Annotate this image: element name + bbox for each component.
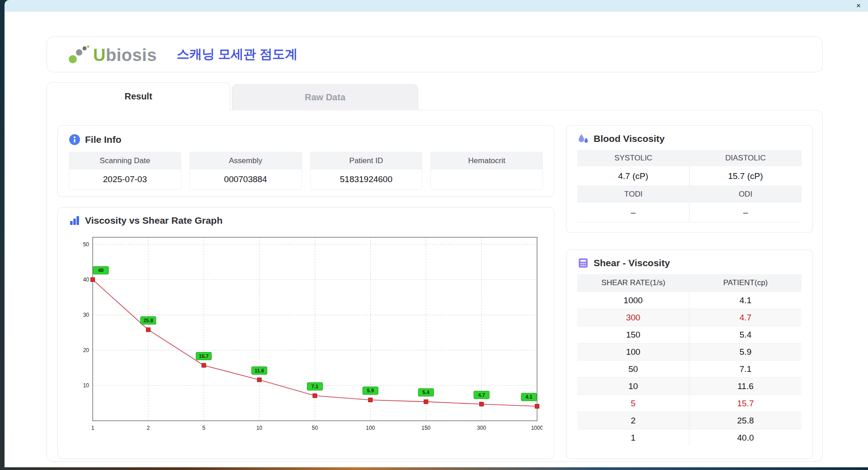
info-icon [69,134,80,146]
svg-text:40: 40 [98,268,104,273]
svg-text:150: 150 [421,425,430,431]
patient-value-cell: 40.0 [689,429,802,446]
field-patient-id: Patient ID 51831924600 [310,152,423,190]
field-value: 2025-07-03 [69,169,181,189]
svg-text:4.1: 4.1 [525,394,532,400]
todi-label: TODI [577,186,689,202]
diastolic-label: DIASTOLIC [689,150,802,166]
file-info-card: File Info Scanning Date 2025-07-03 Assem… [57,125,554,197]
table-row: 515.7 [577,395,802,412]
svg-text:300: 300 [477,425,486,431]
svg-text:11.6: 11.6 [255,368,264,373]
file-info-title: File Info [85,134,122,145]
field-hematocrit: Hematocrit [430,152,543,190]
field-assembly: Assembly 000703884 [189,152,302,190]
field-scanning-date: Scanning Date 2025-07-03 [69,152,181,190]
svg-text:1000: 1000 [531,425,542,431]
shear-viscosity-card: Shear - Viscosity SHEAR RATE(1/s) PATIEN… [566,249,813,459]
svg-text:15.7: 15.7 [199,353,208,359]
svg-text:7.1: 7.1 [311,384,318,389]
field-label: Patient ID [311,152,422,169]
shear-rate-cell: 10 [577,378,689,395]
bv-value-row: 4.7 (cP) 15.7 (cP) [577,166,802,186]
field-value: 51831924600 [311,169,422,189]
file-info-fields: Scanning Date 2025-07-03 Assembly 000703… [69,152,543,190]
svg-text:30: 30 [83,312,90,318]
tab-result-label: Result [124,91,152,102]
patient-value-cell: 4.1 [689,292,802,309]
shear-rate-cell: 150 [577,326,689,343]
shear-rate-column-header: SHEAR RATE(1/s) [577,274,689,291]
table-row: 3004.7 [577,309,802,326]
shear-rate-cell: 300 [577,309,689,326]
svg-text:1: 1 [91,425,94,431]
viscosity-chart: 1020304050125105010015030010004025.815.7… [72,230,542,442]
ubiosis-logo: Ubiosis [68,45,157,64]
shear-rate-cell: 1000 [577,292,689,309]
systolic-label: SYSTOLIC [577,150,689,166]
shear-rate-cell: 50 [577,361,689,377]
svg-text:5.9: 5.9 [367,388,374,393]
patient-value-cell: 7.1 [689,361,802,377]
svg-text:20: 20 [83,347,90,353]
field-label: Assembly [190,152,302,169]
diastolic-value: 15.7 (cP) [689,166,802,186]
field-value [431,169,542,189]
close-icon[interactable]: × [856,1,861,11]
svg-text:4.7: 4.7 [478,392,485,398]
bv-label-row: TODI ODI [577,186,802,202]
patient-value-cell: 5.4 [689,326,802,343]
bv-label-row: SYSTOLIC DIASTOLIC [577,150,802,166]
patient-value-cell: 4.7 [689,309,802,326]
droplets-icon [577,133,589,145]
patient-column-header: PATIENT(cp) [689,274,802,291]
result-panel: File Info Scanning Date 2025-07-03 Assem… [47,110,823,462]
patient-value-cell: 5.9 [689,343,802,360]
shear-rate-cell: 100 [577,343,689,360]
desktop-background: × Ubiosis 스캐닝 모세관 점도계 Result Raw Data [0,0,868,470]
page-title: 스캐닝 모세관 점도계 [177,46,298,64]
odi-value: – [689,202,802,222]
table-row: 1011.6 [577,377,802,395]
bv-value-row: – – [577,202,802,222]
viscosity-graph-card: Viscosity vs Shear Rate Graph 1020304050… [57,207,554,459]
blood-viscosity-card: Blood Viscosity SYSTOLIC DIASTOLIC 4.7 (… [566,125,813,233]
odi-label: ODI [689,186,802,202]
svg-text:2: 2 [147,425,150,431]
window-titlebar: × [5,0,868,12]
svg-text:5: 5 [202,425,205,431]
shear-rate-cell: 2 [577,412,689,429]
bar-chart-icon [69,215,80,226]
logo-text: Ubiosis [93,46,157,64]
tab-raw-data-label: Raw Data [305,92,345,103]
table-row: 140.0 [577,429,802,446]
todi-value: – [577,202,689,222]
svg-text:25.8: 25.8 [143,318,153,323]
blood-viscosity-grid: SYSTOLIC DIASTOLIC 4.7 (cP) 15.7 (cP) TO… [577,150,802,222]
patient-value-cell: 15.7 [689,395,802,412]
svg-text:50: 50 [83,241,90,248]
svg-text:40: 40 [83,277,90,283]
calculator-icon [577,257,589,269]
shear-rate-cell: 5 [577,395,689,412]
shear-viscosity-title: Shear - Viscosity [594,258,670,268]
shear-table-body: 10004.13004.71505.41005.9507.11011.6515.… [577,291,802,446]
tab-raw-data[interactable]: Raw Data [232,84,418,110]
svg-text:100: 100 [366,425,375,431]
table-row: 1005.9 [577,343,802,360]
shear-rate-cell: 1 [577,429,689,446]
table-header-row: SHEAR RATE(1/s) PATIENT(cp) [577,274,802,291]
svg-text:10: 10 [256,425,263,431]
field-value: 000703884 [190,169,302,189]
logo-dots-icon [68,45,90,64]
tab-result[interactable]: Result [47,82,230,110]
table-row: 507.1 [577,360,802,377]
graph-title: Viscosity vs Shear Rate Graph [85,215,222,226]
patient-value-cell: 11.6 [689,378,802,395]
blood-viscosity-title: Blood Viscosity [594,133,665,144]
table-row: 10004.1 [577,291,802,309]
field-label: Scanning Date [69,152,181,169]
svg-text:5.4: 5.4 [423,390,430,395]
table-row: 1505.4 [577,326,802,343]
systolic-value: 4.7 (cP) [577,166,689,186]
